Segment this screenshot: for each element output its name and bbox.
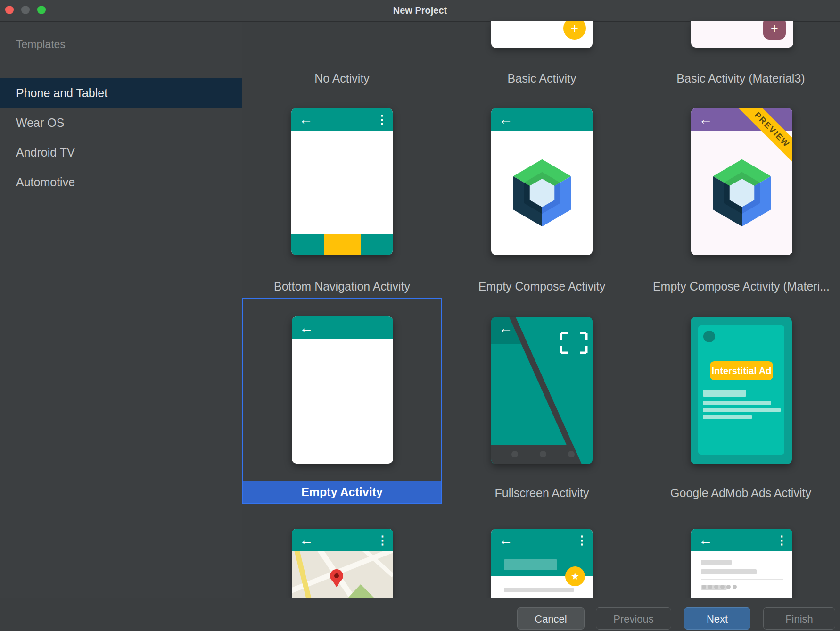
template-label-basic-activity-material3[interactable]: Basic Activity (Material3) [642, 70, 840, 87]
selected-template-cell-empty-activity[interactable]: ← Empty Activity [242, 298, 442, 504]
sidebar-item-phone-and-tablet[interactable]: Phone and Tablet [0, 78, 242, 108]
back-arrow-icon: ← [499, 110, 513, 129]
star-fab-icon: ★ [565, 566, 585, 586]
template-label-fullscreen-activity[interactable]: Fullscreen Activity [442, 484, 642, 501]
finish-button[interactable]: Finish [763, 607, 835, 630]
back-arrow-icon: ← [699, 110, 713, 129]
back-arrow-icon: ← [299, 318, 313, 337]
back-arrow-icon: ← [499, 319, 513, 338]
thumb-appbar: ← ⋮ [291, 108, 393, 131]
template-label-empty-activity[interactable]: Empty Activity [243, 481, 441, 503]
template-label-google-admob-ads-activity[interactable]: Google AdMob Ads Activity [642, 484, 840, 501]
sidebar-item-android-tv[interactable]: Android TV [0, 138, 242, 167]
thumb-bottom-nav [291, 234, 393, 255]
back-arrow-icon: ← [699, 531, 713, 549]
interstitial-ad-banner: Interstitial Ad [710, 361, 773, 380]
titlebar: New Project [0, 0, 840, 22]
fab-plus-icon: + [763, 21, 786, 40]
template-thumb-scrolling-activity[interactable]: ← ⋮ ★ [491, 529, 593, 598]
thumb-screen: Interstitial Ad [698, 325, 784, 455]
thumb-appbar: ← ⋮ [292, 529, 393, 551]
template-label-bottom-navigation-activity[interactable]: Bottom Navigation Activity [242, 278, 442, 295]
next-button[interactable]: Next [684, 607, 750, 630]
dialog-footer: Cancel Previous Next Finish [0, 598, 840, 631]
thumb-appbar: ← [292, 316, 393, 339]
cancel-button[interactable]: Cancel [517, 607, 585, 630]
fullscreen-thumb-graphic [491, 317, 593, 464]
previous-button[interactable]: Previous [596, 607, 671, 630]
password-dot [720, 585, 725, 589]
template-label-empty-compose-activity[interactable]: Empty Compose Activity [442, 278, 642, 295]
back-arrow-icon: ← [299, 110, 313, 129]
new-project-window: New Project Templates Phone and Tablet W… [0, 0, 840, 631]
back-arrow-icon: ← [299, 531, 313, 549]
fab-plus-icon: + [563, 21, 586, 40]
thumb-appbar: ← [491, 108, 593, 131]
template-thumb-google-maps-activity[interactable]: ← ⋮ [292, 529, 393, 598]
jetpack-compose-logo [507, 153, 577, 232]
template-thumb-empty-activity[interactable]: ← [292, 316, 393, 464]
overflow-menu-icon: ⋮ [377, 532, 388, 548]
templates-heading: Templates [16, 38, 66, 51]
thumb-appbar: ← ⋮ [691, 529, 792, 551]
thumb-appbar: ← ⋮ [491, 529, 593, 551]
placeholder-line [504, 588, 574, 592]
overflow-menu-icon: ⋮ [376, 112, 388, 127]
template-thumb-basic-activity[interactable]: + [491, 21, 593, 48]
template-thumb-basic-activity-material3[interactable]: + [691, 21, 793, 48]
sidebar-item-automotive[interactable]: Automotive [0, 167, 242, 197]
field-divider [701, 579, 783, 580]
template-thumb-empty-compose-activity-material3[interactable]: ← PREVIEW [691, 108, 792, 255]
password-dot [708, 585, 712, 589]
template-label-empty-compose-activity-material3[interactable]: Empty Compose Activity (Materi... [642, 278, 840, 295]
template-thumb-empty-compose-activity[interactable]: ← [491, 108, 593, 255]
placeholder-line [703, 390, 746, 397]
map-graphic [292, 551, 393, 598]
window-title: New Project [0, 0, 840, 21]
template-thumb-google-admob-ads-activity[interactable]: Interstitial Ad [691, 317, 792, 464]
template-thumb-login-activity[interactable]: ← ⋮ [691, 529, 792, 598]
overflow-menu-icon: ⋮ [576, 532, 588, 548]
template-label-no-activity[interactable]: No Activity [242, 70, 442, 87]
thumb-bottom-nav-selected [324, 234, 361, 255]
placeholder-line [701, 569, 757, 574]
template-label-basic-activity[interactable]: Basic Activity [442, 70, 642, 87]
password-dot [714, 585, 718, 589]
jetpack-compose-logo [707, 153, 777, 232]
template-thumb-bottom-navigation-activity[interactable]: ← ⋮ [291, 108, 393, 255]
overflow-menu-icon: ⋮ [776, 532, 788, 548]
back-arrow-icon: ← [499, 531, 513, 549]
placeholder-line [703, 401, 771, 405]
password-dot [733, 585, 737, 589]
template-thumb-fullscreen-activity[interactable]: ← [491, 317, 593, 464]
password-dot [702, 585, 706, 589]
password-dot [726, 585, 731, 589]
placeholder-line [703, 408, 781, 412]
placeholder-line [701, 560, 732, 565]
sidebar-item-wear-os[interactable]: Wear OS [0, 108, 242, 138]
templates-sidebar: Templates Phone and Tablet Wear OS Andro… [0, 22, 242, 598]
avatar-dot [703, 331, 715, 342]
placeholder-title [504, 559, 557, 570]
placeholder-line [703, 415, 752, 419]
